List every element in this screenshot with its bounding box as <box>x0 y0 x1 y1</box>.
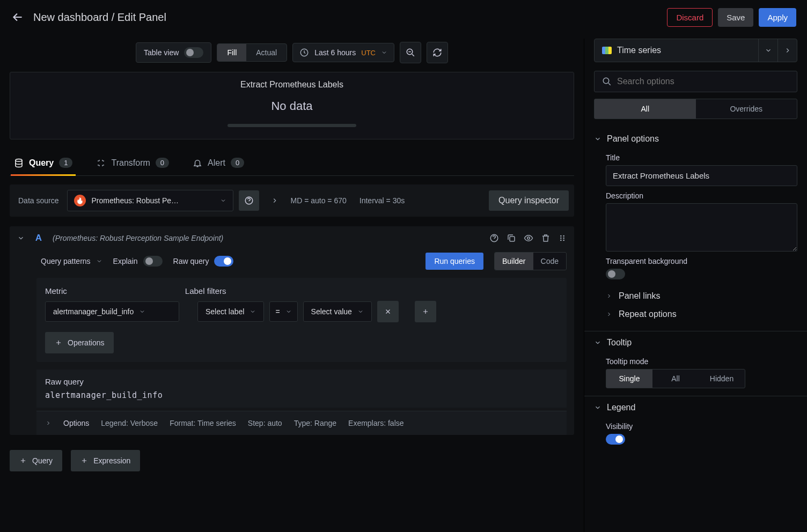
preview-scrollbar[interactable] <box>228 124 356 127</box>
options-label: Options <box>63 419 89 427</box>
builder-code-segment: Builder Code <box>494 252 567 270</box>
chevron-down-icon <box>139 308 145 315</box>
datasource-row: Data source Prometheus: Robust Pe… MD = … <box>10 184 574 217</box>
expand-right-button[interactable] <box>265 190 285 211</box>
query-help-button[interactable] <box>489 233 499 243</box>
view-toolbar: Table view Fill Actual Last 6 hours UTC <box>10 39 574 72</box>
chevron-right-icon <box>606 311 612 317</box>
tab-transform-label: Transform <box>111 158 150 168</box>
tooltip-header[interactable]: Tooltip <box>594 334 797 352</box>
visualization-picker[interactable]: Time series <box>595 46 758 55</box>
legend-header[interactable]: Legend <box>594 398 797 417</box>
value-select[interactable]: Select value <box>303 301 372 322</box>
plus-icon <box>55 339 62 346</box>
viz-dropdown-button[interactable] <box>758 39 777 62</box>
tooltip-single[interactable]: Single <box>606 370 652 388</box>
toggle-visibility-button[interactable] <box>524 233 533 243</box>
plus-icon <box>80 457 88 464</box>
svg-point-6 <box>527 237 530 240</box>
legend-visibility-toggle[interactable] <box>606 434 625 445</box>
chevron-down-icon <box>594 339 601 346</box>
time-range-label: Last 6 hours <box>314 48 356 57</box>
svg-point-12 <box>563 240 564 241</box>
discard-button[interactable]: Discard <box>667 8 713 27</box>
title-input[interactable] <box>606 165 797 186</box>
add-query-button[interactable]: Query <box>10 450 62 471</box>
alert-count-badge: 0 <box>231 158 244 168</box>
interval-info: Interval = 30s <box>360 196 405 205</box>
prometheus-icon <box>74 195 86 206</box>
legend-info: Legend: Verbose <box>101 419 158 427</box>
zoom-out-button[interactable] <box>400 42 421 63</box>
time-series-icon <box>602 47 612 54</box>
query-ref-id[interactable]: A <box>33 233 44 243</box>
duplicate-query-button[interactable] <box>507 233 516 243</box>
datasource-name: Prometheus: Robust Pe… <box>91 196 215 205</box>
remove-filter-button[interactable] <box>377 301 399 322</box>
search-input[interactable] <box>617 77 789 86</box>
run-queries-button[interactable]: Run queries <box>425 253 483 270</box>
save-button[interactable]: Save <box>718 8 753 27</box>
md-info: MD = auto = 670 <box>290 196 346 205</box>
panel-preview: Extract Prometheus Labels No data <box>10 72 574 139</box>
query-options-row[interactable]: Options Legend: Verbose Format: Time ser… <box>36 411 567 435</box>
builder-mode[interactable]: Builder <box>495 253 533 270</box>
table-view-toggle-group: Table view <box>136 42 211 63</box>
tab-all[interactable]: All <box>595 99 696 119</box>
delete-query-button[interactable] <box>541 233 551 243</box>
plus-icon <box>19 457 27 464</box>
tab-query[interactable]: Query 1 <box>12 151 75 175</box>
svg-point-10 <box>563 238 564 239</box>
refresh-button[interactable] <box>427 42 448 63</box>
panel-links-item[interactable]: Panel links <box>594 287 797 305</box>
time-range-picker[interactable]: Last 6 hours UTC <box>292 43 394 62</box>
tooltip-mode-label: Tooltip mode <box>606 357 797 366</box>
tab-query-label: Query <box>29 158 54 168</box>
chevron-down-icon <box>381 49 387 56</box>
query-patterns-button[interactable]: Query patterns <box>41 257 102 265</box>
plus-icon <box>422 308 429 315</box>
drag-handle[interactable] <box>558 233 567 243</box>
bell-icon <box>193 158 202 168</box>
datasource-select[interactable]: Prometheus: Robust Pe… <box>67 190 233 211</box>
options-pane: Time series All Overrides Panel options … <box>584 39 807 532</box>
repeat-options-item[interactable]: Repeat options <box>594 305 797 323</box>
svg-point-9 <box>560 238 562 239</box>
query-editor: A (Prometheus: Robust Perception Sample … <box>10 226 574 435</box>
actual-option[interactable]: Actual <box>246 44 287 61</box>
code-mode[interactable]: Code <box>533 253 566 270</box>
raw-query-toggle[interactable] <box>214 256 233 267</box>
svg-rect-5 <box>510 237 515 241</box>
datasource-help-button[interactable] <box>239 190 259 211</box>
add-expression-button[interactable]: Expression <box>71 450 140 471</box>
transparent-toggle[interactable] <box>606 269 625 279</box>
tooltip-hidden[interactable]: Hidden <box>699 370 745 388</box>
visualization-label: Time series <box>617 46 661 55</box>
explain-toggle-group: Explain <box>113 256 163 267</box>
metric-select[interactable]: alertmanager_build_info <box>45 301 179 322</box>
fill-option[interactable]: Fill <box>217 44 246 61</box>
close-icon <box>384 308 392 315</box>
editor-tabs: Query 1 Transform 0 Alert 0 <box>10 151 574 176</box>
tab-alert[interactable]: Alert 0 <box>190 151 246 175</box>
breadcrumb: New dashboard / Edit Panel <box>33 11 166 24</box>
tab-transform[interactable]: Transform 0 <box>94 151 171 175</box>
label-select[interactable]: Select label <box>197 301 264 322</box>
back-button[interactable] <box>11 10 25 24</box>
svg-point-7 <box>560 235 562 237</box>
panel-options-header[interactable]: Panel options <box>594 130 797 148</box>
chevron-down-icon[interactable] <box>17 234 25 242</box>
operator-select[interactable]: = <box>269 301 297 322</box>
tab-overrides[interactable]: Overrides <box>696 99 797 119</box>
table-view-toggle[interactable] <box>184 47 203 58</box>
tooltip-all[interactable]: All <box>652 370 699 388</box>
operations-button[interactable]: Operations <box>45 332 114 353</box>
description-input[interactable] <box>606 203 797 252</box>
viz-expand-button[interactable] <box>777 39 797 62</box>
options-search[interactable] <box>594 71 797 92</box>
format-info: Format: Time series <box>170 419 236 427</box>
explain-toggle[interactable] <box>143 256 163 267</box>
apply-button[interactable]: Apply <box>759 8 796 27</box>
query-inspector-button[interactable]: Query inspector <box>489 190 569 211</box>
add-filter-button[interactable] <box>415 301 436 322</box>
